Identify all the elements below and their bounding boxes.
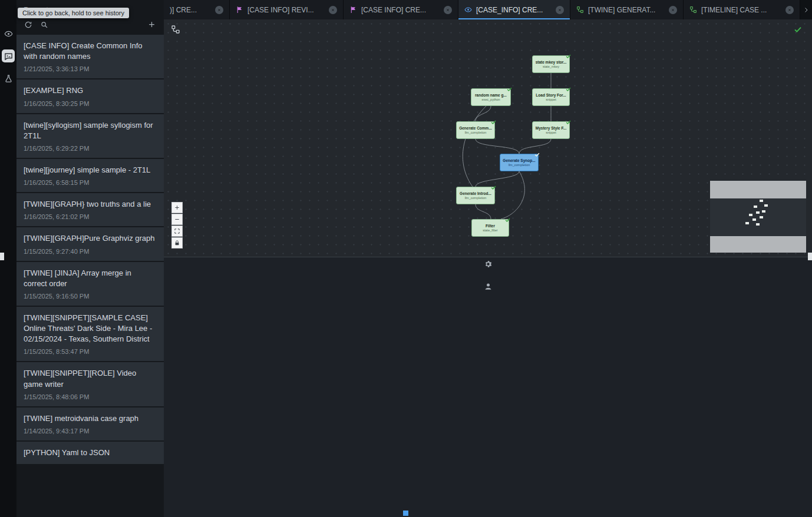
prompt-list: [CASE INFO] Create Common Info with rand… bbox=[16, 35, 164, 516]
tab-close-icon[interactable] bbox=[329, 6, 337, 14]
minimap[interactable] bbox=[710, 181, 806, 253]
prompt-title: [TWINE][SNIPPET][SAMPLE CASE] Online Thr… bbox=[24, 313, 157, 345]
prompt-title: [twine][syllogism] sample syllogism for … bbox=[24, 120, 157, 141]
graph-node[interactable]: Generate Introd...llm_completion bbox=[456, 187, 495, 204]
account-icon-button[interactable] bbox=[481, 280, 494, 293]
minimap-node-dot bbox=[764, 204, 768, 207]
graph-canvas[interactable]: state mkey stor...state_mkeyrandom name … bbox=[164, 19, 812, 257]
canvas-controls bbox=[171, 202, 183, 248]
split-drag-handle[interactable] bbox=[808, 253, 812, 260]
prompt-date: 1/15/2025, 9:27:40 PM bbox=[24, 248, 157, 255]
graph-node[interactable]: Generate Comm...llm_completion bbox=[456, 121, 495, 139]
editor-tab[interactable]: [CASE INFO] CRE... bbox=[344, 0, 458, 19]
minimap-node-dot bbox=[756, 211, 760, 214]
zoom-in-button[interactable] bbox=[171, 202, 183, 213]
tab-label: [TWINE] GENERAT... bbox=[588, 6, 665, 14]
node-success-check-icon bbox=[490, 184, 497, 191]
tab-overflow-button[interactable] bbox=[800, 0, 812, 19]
tab-close-icon[interactable] bbox=[556, 6, 564, 14]
settings-icon bbox=[484, 260, 493, 269]
node-title: Mystery Style F... bbox=[536, 126, 566, 130]
minimap-node-dot bbox=[754, 206, 757, 208]
prompt-date: 1/14/2025, 9:43:17 PM bbox=[24, 427, 157, 435]
prompt-title: [twine][journey] simple sample - 2T1L bbox=[24, 165, 157, 175]
prompts-icon-button[interactable] bbox=[2, 49, 15, 62]
editor-tab[interactable]: )] CRE... bbox=[164, 0, 230, 19]
fit-view-button[interactable] bbox=[171, 226, 183, 237]
prompt-list-item[interactable]: [TWINE][GRAPH]Pure Graphviz graph1/15/20… bbox=[16, 227, 164, 261]
zoom-out-button[interactable] bbox=[171, 214, 183, 225]
prompt-list-item[interactable]: [twine][journey] simple sample - 2T1L1/1… bbox=[16, 159, 164, 193]
app-window: Prompts [CASE INFO] Create Common Info w… bbox=[0, 0, 812, 517]
editor-tab[interactable]: [CASE INFO] REVI... bbox=[230, 0, 344, 19]
prompt-list-item[interactable]: [TWINE][SNIPPET][SAMPLE CASE] Online Thr… bbox=[16, 307, 164, 363]
prompts-panel: Prompts [CASE INFO] Create Common Info w… bbox=[16, 0, 164, 517]
prompt-list-item[interactable]: [TWINE][SNIPPET][ROLE] Video game writer… bbox=[16, 362, 164, 407]
node-type: state_filter bbox=[483, 228, 497, 232]
node-success-check-icon bbox=[565, 86, 572, 92]
prompt-title: [TWINE][SNIPPET][ROLE] Video game writer bbox=[24, 368, 157, 389]
prompt-title: [TWINE][GRAPH} two truths and a lie bbox=[24, 199, 157, 210]
node-title: Filter bbox=[486, 224, 495, 228]
tab-close-icon[interactable] bbox=[785, 6, 794, 14]
flag-icon bbox=[236, 6, 243, 14]
node-success-check-icon bbox=[565, 119, 572, 125]
plus-icon bbox=[174, 204, 180, 211]
tab-close-icon[interactable] bbox=[669, 6, 677, 14]
prompt-title: [CASE INFO] Create Common Info with rand… bbox=[24, 41, 157, 62]
add-prompt-icon[interactable] bbox=[147, 20, 156, 29]
search-icon[interactable] bbox=[40, 21, 48, 29]
editor-tabs: )] CRE...[CASE INFO] REVI...[CASE INFO] … bbox=[164, 0, 800, 19]
graph-node[interactable]: Mystery Style F...snippet bbox=[532, 121, 570, 139]
prompt-title: [PYTHON] Yaml to JSON bbox=[24, 448, 157, 458]
experiments-icon bbox=[4, 74, 13, 83]
editor-tab[interactable]: [CASE_INFO] CRE... bbox=[458, 0, 570, 19]
split-drag-handle[interactable] bbox=[0, 253, 4, 260]
prompt-date: 1/16/2025, 6:58:15 PM bbox=[24, 179, 157, 186]
graph-node[interactable]: Load Story For...snippet bbox=[532, 88, 570, 106]
editor-tab[interactable]: [TIMELINE] CASE ... bbox=[684, 0, 800, 19]
settings-icon-button[interactable] bbox=[481, 257, 494, 270]
minimap-node-dot bbox=[760, 216, 763, 218]
graph-node[interactable]: state mkey stor...state_mkey bbox=[532, 55, 570, 73]
minimap-viewport bbox=[710, 198, 806, 236]
prompt-list-item[interactable]: [TWINE] metroidvania case graph1/14/2025… bbox=[16, 407, 164, 442]
flag-icon bbox=[349, 6, 357, 14]
tab-bar: )] CRE...[CASE INFO] REVI...[CASE INFO] … bbox=[164, 0, 812, 19]
prompt-list-item[interactable]: [TWINE][GRAPH} two truths and a lie1/16/… bbox=[16, 193, 164, 227]
rail-bottom-group bbox=[164, 257, 812, 517]
tab-close-icon[interactable] bbox=[444, 6, 452, 14]
graph-node[interactable]: Generate Synop...llm_completion bbox=[500, 154, 539, 171]
prompt-date: 1/15/2025, 8:48:06 PM bbox=[24, 393, 157, 400]
prompt-list-item[interactable]: [CASE INFO] Create Common Info with rand… bbox=[16, 35, 164, 79]
editor-tab[interactable]: [TWINE] GENERAT... bbox=[570, 0, 684, 19]
prompt-list-item[interactable]: [twine][syllogism] sample syllogism for … bbox=[16, 114, 164, 159]
node-type: exec_python bbox=[481, 98, 500, 101]
graph-node[interactable]: random name g...exec_python bbox=[471, 88, 511, 106]
refresh-icon[interactable] bbox=[24, 21, 32, 29]
flow-icon bbox=[576, 6, 584, 14]
eye-icon-button[interactable] bbox=[2, 27, 15, 40]
minimap-node-dot bbox=[745, 222, 749, 224]
fit-icon bbox=[174, 228, 180, 234]
node-type: llm_completion bbox=[465, 131, 487, 134]
node-title: Generate Comm... bbox=[459, 126, 492, 130]
node-type: state_mkey bbox=[543, 65, 559, 68]
graph-node[interactable]: Filterstate_filter bbox=[471, 219, 509, 237]
flow-icon bbox=[689, 6, 697, 14]
lock-button[interactable] bbox=[171, 237, 183, 248]
tab-close-icon[interactable] bbox=[215, 6, 223, 14]
tab-label: [TIMELINE] CASE ... bbox=[701, 6, 781, 14]
account-icon bbox=[484, 282, 493, 291]
prompt-list-item[interactable]: [TWINE] [JINJA] Array merge in correct o… bbox=[16, 262, 164, 307]
minimap-node-dot bbox=[762, 210, 765, 213]
experiments-icon-button[interactable] bbox=[2, 72, 15, 85]
prompt-list-item[interactable]: [EXAMPLE] RNG1/16/2025, 8:30:25 PM bbox=[16, 79, 164, 114]
tab-label: )] CRE... bbox=[170, 6, 211, 14]
minus-icon bbox=[174, 216, 180, 223]
minimap-node-dot bbox=[756, 223, 760, 226]
resize-handle[interactable] bbox=[403, 511, 408, 516]
prompt-date: 1/16/2025, 6:29:22 PM bbox=[24, 145, 157, 152]
prompt-list-item[interactable]: [PYTHON] Yaml to JSON bbox=[16, 442, 164, 465]
node-title: Load Story For... bbox=[536, 93, 566, 97]
